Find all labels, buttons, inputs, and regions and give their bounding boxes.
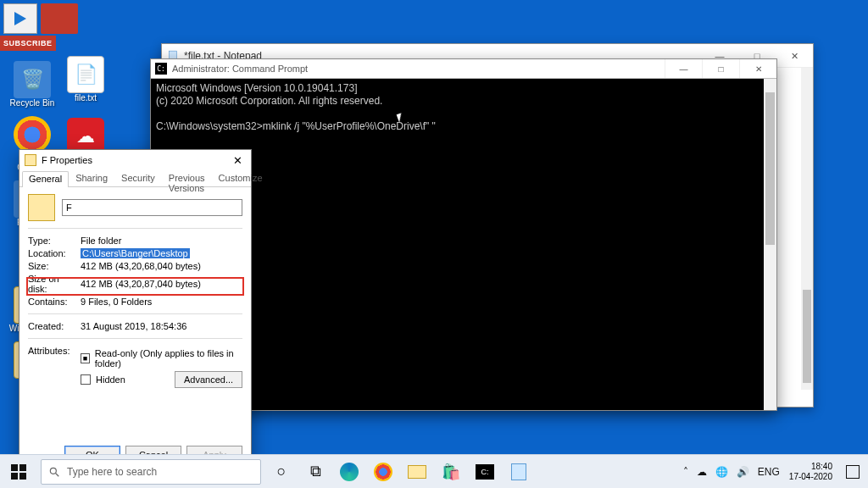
created-label: Created: bbox=[28, 321, 81, 331]
system-tray: ˄ ☁ 🌐 🔊 ENG 18:40 17-04-2020 bbox=[679, 455, 868, 488]
taskbar-clock[interactable]: 18:40 17-04-2020 bbox=[784, 462, 837, 481]
taskbar-edge[interactable] bbox=[332, 455, 366, 489]
properties-titlebar[interactable]: F Properties bbox=[19, 150, 251, 170]
tab-previous-versions[interactable]: Previous Versions bbox=[162, 170, 212, 186]
edge-icon bbox=[340, 463, 359, 481]
search-placeholder: Type here to search bbox=[67, 466, 157, 478]
cmd-prompt-line: C:\Windows\system32>mklink /j "%UserProf… bbox=[156, 120, 436, 132]
readonly-checkbox[interactable]: ■ bbox=[81, 353, 90, 363]
clock-date: 17-04-2020 bbox=[789, 472, 832, 482]
taskbar-search[interactable]: Type here to search bbox=[41, 459, 261, 485]
taskbar-cmd[interactable]: C: bbox=[468, 455, 502, 489]
hidden-label: Hidden bbox=[96, 374, 125, 385]
desktop-icon-file[interactable]: 📄 file.txt bbox=[64, 56, 107, 103]
cmd-maximize-button[interactable]: □ bbox=[702, 59, 739, 78]
advanced-button[interactable]: Advanced... bbox=[175, 371, 242, 388]
svg-point-1 bbox=[50, 468, 56, 474]
subscribe-overlay: SUBSCRIBE bbox=[0, 0, 85, 51]
folder-icon bbox=[25, 154, 36, 166]
attributes-label: Attributes: bbox=[28, 346, 81, 356]
action-center-button[interactable] bbox=[837, 455, 868, 489]
notepad-close-button[interactable]: ✕ bbox=[776, 44, 813, 68]
properties-tabs: General Sharing Security Previous Versio… bbox=[19, 170, 251, 187]
created-value: 31 August 2019, 18:54:36 bbox=[81, 321, 242, 331]
subscribe-label: SUBSCRIBE bbox=[0, 36, 56, 51]
taskbar-explorer[interactable] bbox=[400, 455, 434, 489]
contains-value: 9 Files, 0 Folders bbox=[81, 297, 242, 307]
cmd-title: Administrator: Command Prompt bbox=[172, 64, 308, 74]
svg-line-2 bbox=[56, 473, 59, 476]
windows-logo-icon bbox=[11, 464, 26, 480]
cmd-scrollbar[interactable] bbox=[764, 79, 776, 410]
properties-title: F Properties bbox=[42, 155, 92, 165]
cortana-button[interactable]: ○ bbox=[264, 455, 298, 489]
task-view-button[interactable]: ⧉ bbox=[298, 455, 332, 489]
taskbar-store[interactable]: 🛍️ bbox=[434, 455, 468, 489]
tray-chevron-up-icon[interactable]: ˄ bbox=[679, 455, 693, 488]
location-value[interactable]: C:\Users\Banger\Desktop bbox=[81, 248, 242, 258]
cmd-line-2: (c) 2020 Microsoft Corporation. All righ… bbox=[156, 95, 382, 107]
size-value: 412 MB (43,20,68,040 bytes) bbox=[81, 261, 242, 271]
cmd-icon: C: bbox=[155, 63, 167, 75]
type-label: Type: bbox=[28, 236, 81, 246]
tab-general[interactable]: General bbox=[22, 171, 69, 187]
hidden-checkbox[interactable] bbox=[81, 374, 91, 385]
size-on-disk-label: Size on disk: bbox=[28, 274, 81, 294]
taskbar-chrome[interactable] bbox=[366, 455, 400, 489]
desktop: SUBSCRIBE 🗑️ Recycle Bin Google Chrome 🖼… bbox=[0, 0, 868, 454]
notification-icon bbox=[846, 465, 860, 479]
folder-name-input[interactable] bbox=[62, 199, 242, 216]
tray-volume-icon[interactable]: 🔊 bbox=[732, 455, 754, 488]
tab-customize[interactable]: Customize bbox=[212, 170, 270, 186]
location-label: Location: bbox=[28, 248, 81, 258]
cmd-taskbar-icon: C: bbox=[476, 464, 494, 480]
play-tile bbox=[3, 3, 37, 34]
chrome-taskbar-icon bbox=[374, 463, 392, 481]
clock-time: 18:40 bbox=[811, 462, 832, 472]
start-button[interactable] bbox=[0, 455, 37, 489]
recycle-bin-icon: 🗑️ bbox=[14, 61, 51, 98]
desktop-icon-recycle-bin[interactable]: 🗑️ Recycle Bin bbox=[3, 61, 61, 108]
properties-body: Type:File folder Location:C:\Users\Bange… bbox=[19, 187, 251, 398]
file-explorer-icon bbox=[408, 465, 426, 479]
tab-sharing[interactable]: Sharing bbox=[69, 170, 114, 186]
contains-label: Contains: bbox=[28, 297, 81, 307]
cmd-line-1: Microsoft Windows [Version 10.0.19041.17… bbox=[156, 82, 357, 94]
notepad-taskbar-icon bbox=[511, 463, 526, 480]
taskbar-notepad[interactable] bbox=[502, 455, 536, 489]
red-box bbox=[41, 3, 78, 34]
tray-network-icon[interactable]: 🌐 bbox=[711, 455, 732, 488]
file-label: file.txt bbox=[75, 93, 97, 103]
chrome-icon bbox=[14, 116, 51, 153]
properties-dialog[interactable]: F Properties ✕ General Sharing Security … bbox=[19, 149, 252, 473]
text-file-icon: 📄 bbox=[67, 56, 104, 93]
tab-security[interactable]: Security bbox=[114, 170, 162, 186]
folder-large-icon bbox=[28, 194, 55, 221]
cmd-minimize-button[interactable]: — bbox=[665, 59, 702, 78]
recycle-bin-label: Recycle Bin bbox=[10, 98, 55, 108]
store-icon: 🛍️ bbox=[442, 463, 460, 481]
tray-onedrive-icon[interactable]: ☁ bbox=[693, 455, 711, 488]
taskbar: Type here to search ○ ⧉ 🛍️ C: ˄ ☁ 🌐 🔊 EN… bbox=[0, 454, 868, 488]
cmd-close-button[interactable]: ✕ bbox=[739, 59, 776, 78]
type-value: File folder bbox=[81, 236, 242, 246]
tray-language[interactable]: ENG bbox=[754, 455, 784, 488]
properties-close-button[interactable]: ✕ bbox=[227, 152, 248, 169]
notepad-scrollbar[interactable] bbox=[801, 68, 813, 390]
size-label: Size: bbox=[28, 261, 81, 271]
readonly-label: Read-only (Only applies to files in fold… bbox=[95, 348, 242, 369]
size-on-disk-value: 412 MB (43,20,87,040 bytes) bbox=[81, 279, 242, 289]
search-icon bbox=[48, 466, 60, 478]
cmd-window-controls: — □ ✕ bbox=[665, 59, 776, 78]
